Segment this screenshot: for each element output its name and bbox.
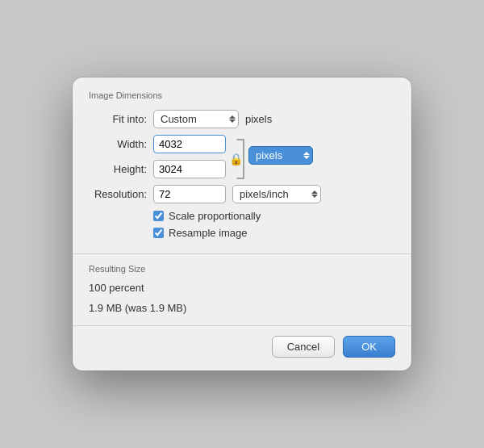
resample-image-label: Resample image xyxy=(169,227,248,239)
image-dimensions-dialog: Image Dimensions Fit into: Custom Origin… xyxy=(73,77,411,371)
resulting-size-section: Resulting Size 100 percent 1.9 MB (was 1… xyxy=(73,254,411,325)
button-row: Cancel OK xyxy=(73,325,411,371)
unit-select-wrapper: pixels percent inches cm mm xyxy=(248,146,313,165)
resulting-percent: 100 percent xyxy=(89,282,395,294)
width-height-section: Width: Height: 🔒 xyxy=(89,135,395,182)
fit-into-label: Fit into: xyxy=(89,113,153,125)
scale-proportionally-label: Scale proportionally xyxy=(169,210,261,222)
cancel-button[interactable]: Cancel xyxy=(272,336,335,358)
width-input[interactable] xyxy=(153,135,226,153)
resolution-unit-select[interactable]: pixels/inch pixels/cm xyxy=(232,185,321,203)
resolution-label: Resolution: xyxy=(89,188,153,200)
unit-select[interactable]: pixels percent inches cm mm xyxy=(248,146,313,165)
section-title: Image Dimensions xyxy=(89,90,395,100)
resolution-input[interactable] xyxy=(153,185,226,203)
scale-proportionally-checkbox[interactable] xyxy=(153,211,164,221)
height-input[interactable] xyxy=(153,160,226,178)
fit-into-select[interactable]: Custom Original Size 2x 4x xyxy=(153,110,239,128)
lock-bracket-container: 🔒 xyxy=(229,136,245,182)
fit-into-select-wrapper: Custom Original Size 2x 4x xyxy=(153,110,239,128)
resample-image-row: Resample image xyxy=(89,227,395,239)
width-row: Width: xyxy=(89,135,226,153)
fit-into-suffix: pixels xyxy=(245,113,272,125)
scale-proportionally-row: Scale proportionally xyxy=(89,210,395,222)
unit-select-container: pixels percent inches cm mm xyxy=(248,146,313,165)
fit-into-row: Fit into: Custom Original Size 2x 4x pix… xyxy=(89,110,395,128)
ok-button[interactable]: OK xyxy=(343,336,395,358)
resample-image-checkbox[interactable] xyxy=(153,228,164,238)
resolution-row: Resolution: pixels/inch pixels/cm xyxy=(89,185,395,203)
resolution-unit-wrapper: pixels/inch pixels/cm xyxy=(232,185,321,203)
height-row: Height: xyxy=(89,160,226,178)
resulting-file-size: 1.9 MB (was 1.9 MB) xyxy=(89,302,395,314)
lock-icon: 🔒 xyxy=(229,153,243,165)
wh-left: Width: Height: xyxy=(89,135,226,178)
lock-icon-container: 🔒 xyxy=(229,151,243,167)
width-label: Width: xyxy=(89,138,153,150)
resulting-size-title: Resulting Size xyxy=(89,264,395,274)
height-label: Height: xyxy=(89,163,153,175)
